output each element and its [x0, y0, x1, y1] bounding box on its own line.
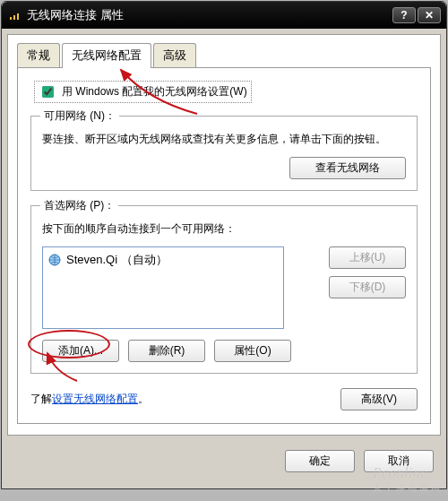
- properties-window: 无线网络连接 属性 ? ✕ 常规 无线网络配置 高级 用 Windows 配置我…: [1, 1, 447, 489]
- svg-rect-2: [17, 13, 19, 20]
- remove-button[interactable]: 删除(R): [128, 340, 205, 362]
- help-button[interactable]: ?: [392, 7, 416, 23]
- view-wireless-button[interactable]: 查看无线网络: [289, 157, 406, 179]
- window-title: 无线网络连接 属性: [27, 7, 392, 23]
- move-down-button[interactable]: 下移(D): [329, 276, 406, 298]
- preferred-group-title: 首选网络 (P)：: [40, 198, 118, 213]
- tab-general[interactable]: 常规: [17, 43, 60, 68]
- list-item[interactable]: Steven.Qi （自动）: [47, 251, 280, 269]
- advanced-button[interactable]: 高级(V): [340, 388, 418, 410]
- tab-strip: 常规 无线网络配置 高级: [17, 43, 431, 68]
- use-windows-config[interactable]: 用 Windows 配置我的无线网络设置(W): [34, 81, 252, 103]
- add-button[interactable]: 添加(A)...: [42, 340, 119, 362]
- learn-prefix: 了解: [30, 393, 52, 405]
- close-button[interactable]: ✕: [418, 7, 441, 23]
- preferred-networks-group: 首选网络 (P)： 按下面的顺序自动连接到一个可用网络： Steven.Qi （…: [30, 205, 418, 374]
- watermark-brand: Pconline: [373, 465, 427, 480]
- available-networks-group: 可用网络 (N)： 要连接、断开区域内无线网络或查找有关更多信息，请单击下面的按…: [30, 116, 418, 191]
- use-windows-config-label: 用 Windows 配置我的无线网络设置(W): [62, 84, 247, 99]
- watermark: Pconline 太平洋电脑网: [373, 465, 443, 494]
- properties-button[interactable]: 属性(O): [214, 340, 291, 362]
- ok-button[interactable]: 确定: [285, 450, 355, 472]
- network-icon: [48, 254, 61, 266]
- watermark-cn: 太平洋电脑网: [373, 481, 443, 494]
- learn-row: 了解设置无线网络配置。 高级(V): [30, 388, 418, 410]
- preferred-desc: 按下面的顺序自动连接到一个可用网络：: [42, 220, 406, 238]
- tab-advanced[interactable]: 高级: [153, 43, 196, 68]
- learn-suffix: 。: [138, 393, 149, 405]
- client-area: 常规 无线网络配置 高级 用 Windows 配置我的无线网络设置(W) 可用网…: [7, 34, 441, 436]
- preferred-listbox[interactable]: Steven.Qi （自动）: [42, 246, 284, 329]
- svg-rect-1: [13, 15, 15, 20]
- use-windows-config-checkbox[interactable]: [42, 86, 54, 98]
- app-icon: [7, 8, 22, 22]
- tab-panel: 用 Windows 配置我的无线网络设置(W) 可用网络 (N)： 要连接、断开…: [17, 67, 431, 424]
- move-up-button[interactable]: 上移(U): [329, 246, 406, 269]
- list-item-label: Steven.Qi （自动）: [66, 252, 168, 268]
- available-desc: 要连接、断开区域内无线网络或查找有关更多信息，请单击下面的按钮。: [42, 131, 406, 148]
- svg-rect-0: [10, 17, 12, 20]
- learn-link[interactable]: 设置无线网络配置: [52, 393, 138, 405]
- tab-wireless[interactable]: 无线网络配置: [62, 43, 151, 68]
- titlebar: 无线网络连接 属性 ? ✕: [2, 2, 446, 29]
- available-group-title: 可用网络 (N)：: [40, 108, 119, 124]
